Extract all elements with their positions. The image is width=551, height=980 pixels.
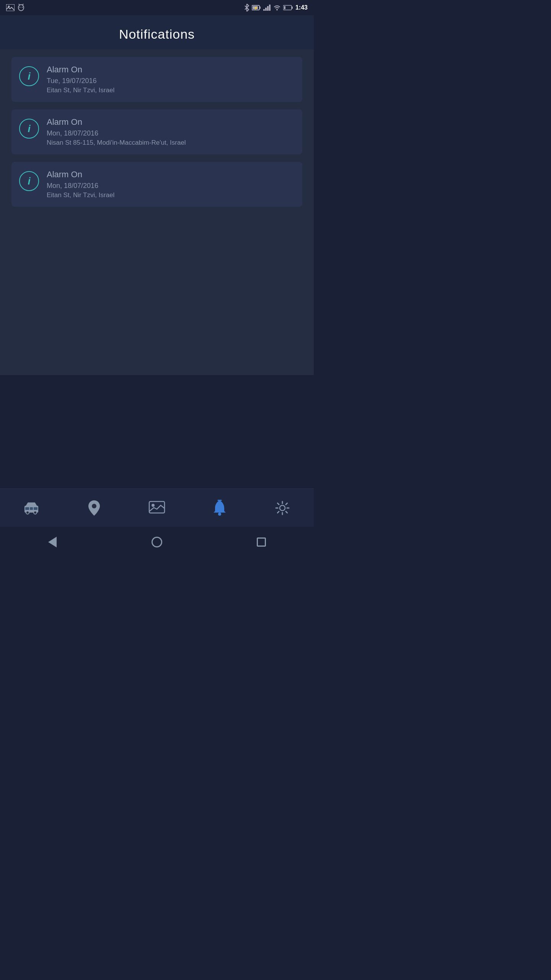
svg-text:⚡: ⚡	[254, 6, 258, 10]
svg-rect-8	[259, 7, 261, 9]
battery-charging-icon: ⚡	[252, 5, 261, 11]
svg-rect-25	[149, 501, 165, 513]
alarm-date-2: Mon, 18/07/2016	[47, 129, 295, 137]
info-icon-1[interactable]: i	[19, 66, 39, 86]
alarm-title-1: Alarm On	[47, 65, 295, 75]
svg-rect-12	[265, 8, 267, 11]
svg-rect-23	[34, 507, 37, 510]
svg-rect-0	[6, 4, 15, 11]
alarm-date-3: Mon, 18/07/2016	[47, 182, 295, 190]
gallery-icon	[6, 4, 15, 11]
home-button[interactable]	[145, 534, 168, 550]
back-arrow-icon	[48, 537, 57, 547]
alarm-location-3: Eitan St, Nir Tzvi, Israel	[47, 191, 295, 199]
bluetooth-icon	[244, 4, 249, 11]
card-content-1: Alarm On Tue, 19/07/2016 Eitan St, Nir T…	[47, 65, 295, 94]
alarm-location-1: Eitan St, Nir Tzvi, Israel	[47, 87, 295, 94]
svg-rect-13	[267, 6, 269, 11]
location-icon	[88, 500, 101, 516]
notification-card-1[interactable]: i Alarm On Tue, 19/07/2016 Eitan St, Nir…	[11, 57, 302, 102]
status-bar-left	[6, 4, 24, 11]
nav-item-bell[interactable]	[204, 495, 235, 521]
svg-line-3	[19, 4, 20, 5]
recents-button[interactable]	[250, 534, 273, 550]
nav-item-location[interactable]	[79, 495, 109, 521]
svg-point-24	[92, 504, 96, 508]
svg-point-2	[18, 5, 24, 11]
svg-rect-16	[292, 7, 293, 9]
svg-point-20	[34, 511, 37, 514]
card-content-2: Alarm On Mon, 18/07/2016 Nisan St 85-115…	[47, 117, 295, 147]
notification-card-3[interactable]: i Alarm On Mon, 18/07/2016 Eitan St, Nir…	[11, 162, 302, 207]
svg-point-26	[152, 504, 155, 507]
battery-icon	[283, 5, 293, 10]
nav-item-car[interactable]	[16, 495, 47, 521]
time-display: 1:43	[295, 4, 308, 11]
info-icon-3[interactable]: i	[19, 171, 39, 191]
svg-point-19	[26, 511, 29, 514]
alarm-date-1: Tue, 19/07/2016	[47, 77, 295, 85]
card-content-3: Alarm On Mon, 18/07/2016 Eitan St, Nir T…	[47, 170, 295, 199]
car-icon	[23, 501, 40, 515]
bottom-nav	[0, 488, 314, 527]
info-icon-2[interactable]: i	[19, 119, 39, 139]
android-icon	[18, 4, 24, 11]
nav-item-settings[interactable]	[267, 495, 298, 521]
main-content: i Alarm On Tue, 19/07/2016 Eitan St, Nir…	[0, 49, 314, 375]
svg-rect-14	[269, 5, 271, 11]
alarm-title-2: Alarm On	[47, 117, 295, 127]
svg-rect-17	[284, 6, 285, 9]
svg-rect-21	[25, 507, 29, 510]
svg-point-27	[218, 513, 221, 516]
svg-point-5	[20, 7, 20, 8]
home-circle-icon	[152, 537, 162, 547]
empty-content-area	[11, 214, 302, 368]
status-bar-right: ⚡ 1:43	[244, 4, 308, 11]
page-title-container: Notifications	[0, 15, 314, 49]
svg-rect-11	[263, 9, 265, 11]
svg-line-4	[23, 4, 23, 5]
chart-icon	[148, 501, 165, 515]
signal-icon	[263, 5, 271, 11]
gear-icon	[275, 501, 290, 515]
alarm-title-3: Alarm On	[47, 170, 295, 180]
page-title: Notifications	[8, 27, 306, 42]
system-nav	[0, 527, 314, 557]
notification-card-2[interactable]: i Alarm On Mon, 18/07/2016 Nisan St 85-1…	[11, 109, 302, 154]
back-button[interactable]	[41, 534, 64, 550]
svg-rect-22	[30, 507, 33, 510]
bell-icon	[213, 500, 227, 516]
status-bar: ⚡ 1:43	[0, 0, 314, 15]
wifi-icon	[273, 5, 281, 11]
svg-point-29	[280, 505, 285, 511]
alarm-location-2: Nisan St 85-115, Modi'in-Maccabim-Re'ut,…	[47, 139, 295, 147]
recents-square-icon	[257, 537, 266, 547]
svg-point-6	[22, 7, 23, 8]
nav-item-chart[interactable]	[142, 495, 172, 521]
